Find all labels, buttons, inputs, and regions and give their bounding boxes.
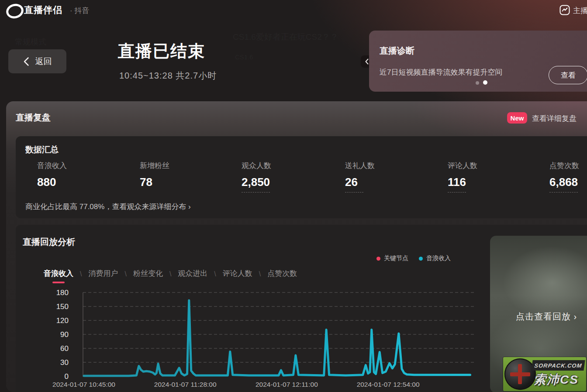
new-badge: New [507, 112, 527, 124]
legend-label: 音浪收入 [426, 254, 451, 262]
audience-source-link[interactable]: 商业化占比最高 77.08%，查看观众来源详细分布 › [25, 202, 191, 212]
stat-3: 观众人数2,850 [242, 161, 271, 193]
svg-text:90: 90 [60, 330, 69, 339]
stat-value[interactable]: 6,868 [549, 175, 578, 193]
watermark-brand-text: 索沛CS [534, 371, 579, 388]
tab-separator: \ [169, 270, 171, 278]
view-replay-cta[interactable]: 点击查看回放 › [490, 311, 587, 323]
svg-text:0: 0 [65, 372, 69, 381]
legend-dot-icon [376, 257, 380, 261]
ghost-text-stream-title: CS1.6爱好者正在玩CS2？？ [233, 31, 338, 43]
watermark-site-text: SORPACK.COM [531, 360, 585, 371]
diagnosis-card: 直播诊断 近7日短视频直播导流效果有提升空间 查看 [369, 31, 587, 92]
diagnosis-title: 直播诊断 [380, 45, 414, 57]
tab-3[interactable]: 粉丝变化 [133, 268, 163, 279]
ghost-text-mode: 常规模式 [15, 37, 46, 47]
diagnosis-view-button[interactable]: 查看 [549, 66, 587, 84]
tab-2[interactable]: 消费用户 [88, 268, 118, 279]
stat-label: 观众人数 [242, 161, 271, 171]
watermark: SORPACK.COM 索沛CS [503, 357, 586, 391]
chevron-left-icon [365, 58, 369, 65]
legend-label: 关键节点 [384, 254, 408, 262]
stat-value[interactable]: 26 [345, 175, 363, 193]
carousel-dot-active[interactable] [483, 80, 487, 85]
stat-label: 点赞次数 [549, 161, 579, 171]
stream-review-card: 直播复盘 New 查看详细复盘 数据汇总 音浪收入880新增粉丝78观众人数2,… [6, 101, 587, 392]
ghost-text-game: CS1.6 [235, 53, 253, 61]
stream-time-range: 10:45~13:28 共2.7小时 [119, 70, 217, 82]
svg-text:30: 30 [60, 358, 69, 367]
stat-6: 点赞次数6,868 [549, 161, 579, 193]
diagnosis-message: 近7日短视频直播导流效果有提升空间 [380, 67, 502, 77]
platform-label: · 抖音 [70, 6, 89, 16]
chevron-left-icon [23, 57, 29, 66]
stat-value: 78 [140, 175, 158, 192]
tab-4[interactable]: 观众进出 [178, 268, 207, 279]
metric-tabs: 音浪收入\消费用户\粉丝变化\观众进出\评论人数\点赞次数 [44, 268, 297, 279]
stat-label: 评论人数 [448, 161, 477, 171]
trend-icon[interactable] [559, 5, 570, 15]
stat-2: 新增粉丝78 [140, 161, 169, 192]
stat-4: 送礼人数26 [345, 161, 375, 193]
back-button[interactable]: 返回 [8, 49, 66, 73]
tab-separator: \ [259, 270, 261, 278]
chart-legend: 关键节点音浪收入 [376, 254, 451, 262]
data-summary-card: 数据汇总 音浪收入880新增粉丝78观众人数2,850送礼人数26评论人数116… [16, 136, 587, 218]
tab-1[interactable]: 音浪收入 [44, 268, 73, 279]
stat-value: 880 [37, 175, 56, 192]
top-bar: 直播伴侣 · 抖音 主播 [0, 0, 587, 20]
tab-6[interactable]: 点赞次数 [267, 268, 297, 279]
page-title: 直播已结束 [118, 40, 205, 62]
back-label: 返回 [35, 56, 52, 67]
svg-text:150: 150 [56, 303, 69, 311]
replay-analysis-title: 直播回放分析 [23, 236, 75, 248]
svg-text:120: 120 [56, 316, 69, 325]
stat-label: 音浪收入 [37, 161, 67, 171]
stat-5: 评论人数116 [448, 161, 477, 193]
legend-item-2[interactable]: 音浪收入 [419, 254, 451, 262]
stat-label: 送礼人数 [345, 161, 375, 171]
anchor-center-link[interactable]: 主播 [573, 6, 587, 16]
tab-separator: \ [214, 270, 216, 278]
app-name: 直播伴侣 [24, 4, 62, 16]
carousel-dot-inactive[interactable] [476, 81, 479, 85]
svg-text:2024-01-07 11:28:00: 2024-01-07 11:28:00 [154, 381, 217, 388]
summary-title: 数据汇总 [25, 144, 59, 155]
tab-separator: \ [80, 270, 82, 278]
revenue-line-chart[interactable]: 03060901201501802024-01-07 10:45:002024-… [35, 284, 485, 391]
watermark-cross-icon [510, 372, 530, 376]
stat-1: 音浪收入880 [37, 161, 67, 192]
stat-value[interactable]: 116 [448, 175, 466, 193]
svg-text:2024-01-07 12:54:00: 2024-01-07 12:54:00 [357, 381, 420, 388]
svg-text:60: 60 [60, 344, 69, 353]
detailed-review-link[interactable]: 查看详细复盘 [532, 113, 577, 124]
tab-separator: \ [124, 270, 126, 278]
stat-value[interactable]: 2,850 [242, 175, 270, 193]
replay-analysis-card: 直播回放分析 关键节点音浪收入 音浪收入\消费用户\粉丝变化\观众进出\评论人数… [16, 225, 587, 392]
tab-5[interactable]: 评论人数 [223, 268, 252, 279]
legend-dot-icon [419, 257, 423, 261]
app-logo-icon [5, 2, 25, 21]
svg-text:2024-01-07 10:45:00: 2024-01-07 10:45:00 [52, 381, 115, 388]
legend-item-1[interactable]: 关键节点 [376, 254, 408, 262]
review-title: 直播复盘 [16, 112, 51, 124]
svg-text:180: 180 [56, 289, 69, 297]
svg-text:2024-01-07 12:11:00: 2024-01-07 12:11:00 [256, 381, 318, 388]
stat-label: 新增粉丝 [140, 161, 169, 171]
